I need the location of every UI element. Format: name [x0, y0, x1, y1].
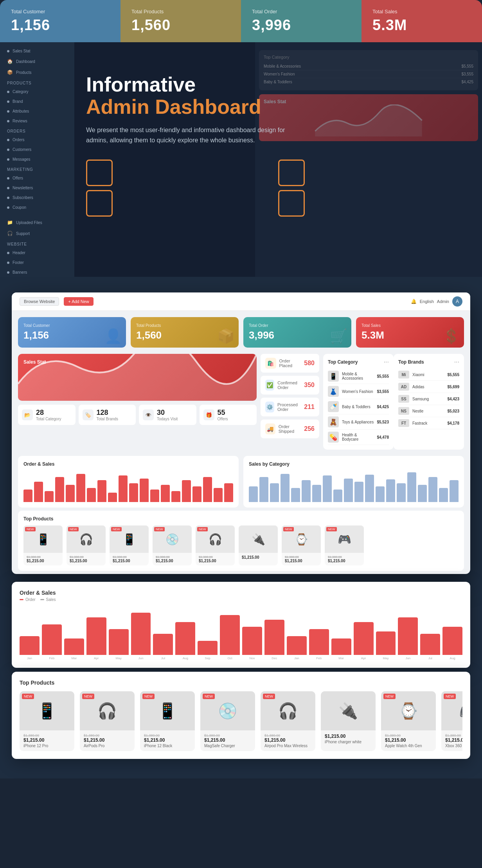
product-card[interactable]: 📱 NEW $1,380.00 $1,215.00	[23, 525, 63, 565]
product-card[interactable]: 🎧 NEW $1,380.00 $1,215.00	[67, 525, 106, 565]
product-card[interactable]: 💿 NEW $1,380.00 $1,215.00	[153, 525, 192, 565]
chart-bar	[354, 482, 363, 502]
stat-value-sales: 5.3M	[372, 17, 471, 34]
product-card[interactable]: 🎮 NEW $1,380.00 $1,215.00	[325, 525, 364, 565]
avatar[interactable]: A	[452, 296, 462, 307]
product-badge: NEW	[111, 527, 122, 531]
top-products-scroll[interactable]: 📱 NEW $1,380.00 $1,215.00 🎧 NEW $1,380.0…	[23, 525, 459, 565]
brand-name-3: Nestle	[412, 409, 444, 413]
order-card-confirmed: ✅ Confirmed Order 350	[261, 376, 319, 395]
chart-bar	[450, 480, 459, 502]
chart-bar	[34, 482, 43, 502]
showcase-product-item[interactable]: 🔌 $1,215.00 iPhone charger white	[321, 691, 376, 751]
brand-val-0: $5,555	[447, 373, 459, 377]
cat-icon-3: 🧸	[328, 416, 339, 427]
brand-name-4: Fastrack	[412, 421, 444, 425]
chart-label: Feb	[309, 656, 329, 660]
top-brands-title: Top Brands	[398, 359, 424, 365]
large-chart-bar	[42, 624, 62, 655]
chart-bar	[224, 483, 233, 502]
chart-bar	[119, 475, 128, 502]
order-confirmed-label: Confirmed Order	[277, 380, 304, 390]
showcase-product-info: $1,380.00 $1,215.00 Apple Watch 4th Gen	[381, 730, 436, 751]
add-new-button[interactable]: + Add New	[64, 297, 94, 306]
product-info: $1,380.00 $1,215.00	[153, 553, 192, 565]
hero-title: Informative	[86, 74, 466, 96]
brand-logo-1: AD	[398, 383, 409, 391]
chart-label: Aug	[442, 656, 462, 660]
chart-label: Aug	[175, 656, 195, 660]
chart-bar	[161, 485, 170, 502]
showcase-product-item[interactable]: 🎧 NEW $1,380.00 $1,215.00 AirPods Pro	[80, 691, 135, 751]
bell-icon[interactable]: 🔔	[411, 299, 417, 304]
product-card[interactable]: 🔌 $1,215.00	[239, 525, 278, 565]
chart-label: Oct	[220, 656, 240, 660]
showcase-price-old: $1,380.00	[23, 733, 70, 737]
product-image: 📱 NEW	[23, 525, 63, 553]
showcase-product-name: Apple Watch 4th Gen	[385, 744, 432, 748]
top-brands-menu[interactable]: ···	[454, 359, 459, 366]
category-row-0: 📱 Mobile & Accessories $5,555	[328, 369, 389, 384]
chart-bar	[192, 486, 201, 502]
chart-label: Sep	[198, 656, 218, 660]
showcase-product-item[interactable]: 📱 NEW $1,380.00 $1,215.00 iPhone 12 Blac…	[140, 691, 195, 751]
product-price-old: $1,380.00	[70, 555, 103, 559]
metric-category: 📂 28 Total Category	[18, 405, 76, 425]
showcase-product-item[interactable]: 💿 NEW $1,380.00 $1,215.00 MagSafe Charge…	[200, 691, 255, 751]
chart-bar	[312, 485, 321, 502]
product-card[interactable]: 📱 NEW $1,380.00 $1,215.00	[110, 525, 149, 565]
sales-category-chart-title: Sales by Category	[249, 461, 459, 467]
order-shipped-label: Order Shipped	[279, 424, 304, 434]
large-chart-bar	[64, 638, 84, 655]
product-price: $1,215.00	[285, 559, 318, 563]
showcase-price: $1,215.00	[264, 737, 311, 743]
showcase-product-item[interactable]: ⌚ NEW $1,380.00 $1,215.00 Apple Watch 4t…	[381, 691, 436, 751]
stat-label-products: Total Products	[131, 9, 230, 14]
dash-left-column: Sales Stat 📂 28 Total Category	[18, 354, 257, 450]
showcase-products-scroll[interactable]: 📱 NEW $1,380.00 $1,215.00 iPhone 12 Pro …	[20, 691, 462, 751]
category-icon: 📂	[22, 409, 33, 420]
chart-bar	[108, 493, 117, 502]
large-chart-bar	[175, 622, 195, 655]
product-price-old: $1,380.00	[113, 555, 146, 559]
lang-selector[interactable]: English	[420, 299, 434, 304]
product-price: $1,215.00	[156, 559, 189, 563]
browse-website-button[interactable]: Browse Website	[20, 297, 59, 306]
brand-row-0: Mi Xiaomi $5,555	[398, 369, 459, 381]
large-chart-bar	[331, 638, 351, 655]
stat-value-order: 3,996	[252, 17, 351, 34]
sales-icon: 💲	[442, 328, 460, 344]
showcase-product-image: ⌚ NEW	[381, 691, 436, 730]
stat-total-products: Total Products 1,560	[120, 0, 241, 42]
product-card[interactable]: 🎧 NEW $1,380.00 $1,215.00	[196, 525, 235, 565]
admin-label: Admin	[437, 299, 449, 304]
showcase-product-name: iPhone charger white	[325, 740, 372, 744]
brand-val-1: $5,699	[447, 385, 459, 389]
showcase-product-badge: NEW	[203, 694, 215, 699]
metrics-row: 📂 28 Total Category 🏷️ 128 Total Brands	[18, 405, 257, 425]
chart-bar	[302, 480, 311, 502]
cat-name-0: Mobile & Accessories	[342, 372, 374, 380]
showcase-product-image: 📱 NEW	[20, 691, 74, 730]
product-card[interactable]: ⌚ NEW $1,380.00 $1,215.00	[282, 525, 321, 565]
mini-stats-row: Total Customer 1,156 👤 Total Products 1,…	[12, 311, 470, 354]
charts-row: Order & Sales Sales by Category	[12, 456, 470, 511]
large-chart-bar	[220, 615, 240, 655]
cat-name-4: Health & Bodycare	[342, 433, 374, 441]
chart-label: Nov	[242, 656, 262, 660]
showcase-product-badge: NEW	[82, 694, 94, 699]
top-stats-bar: Total Customer 1,156 Total Products 1,56…	[0, 0, 482, 42]
product-price-old: $1,380.00	[27, 555, 59, 559]
showcase-product-item[interactable]: 🎧 NEW $1,380.00 $1,215.00 Airpod Pro Max…	[261, 691, 315, 751]
showcase-price-old: $1,380.00	[264, 733, 311, 737]
product-info: $1,380.00 $1,215.00	[196, 553, 235, 565]
product-price: $1,215.00	[199, 559, 232, 563]
showcase-product-item[interactable]: 📱 NEW $1,380.00 $1,215.00 iPhone 12 Pro	[20, 691, 74, 751]
top-category-menu[interactable]: ···	[384, 359, 389, 366]
chart-label: Jan	[287, 656, 307, 660]
showcase-product-item[interactable]: 🎮 NEW $1,380.00 $1,215.00 Xbox 360	[441, 691, 462, 751]
order-confirmed-value: 350	[304, 382, 315, 389]
sales-category-bar-chart	[249, 471, 459, 502]
large-chart-bar	[354, 622, 374, 655]
product-image: 📱 NEW	[110, 525, 149, 553]
